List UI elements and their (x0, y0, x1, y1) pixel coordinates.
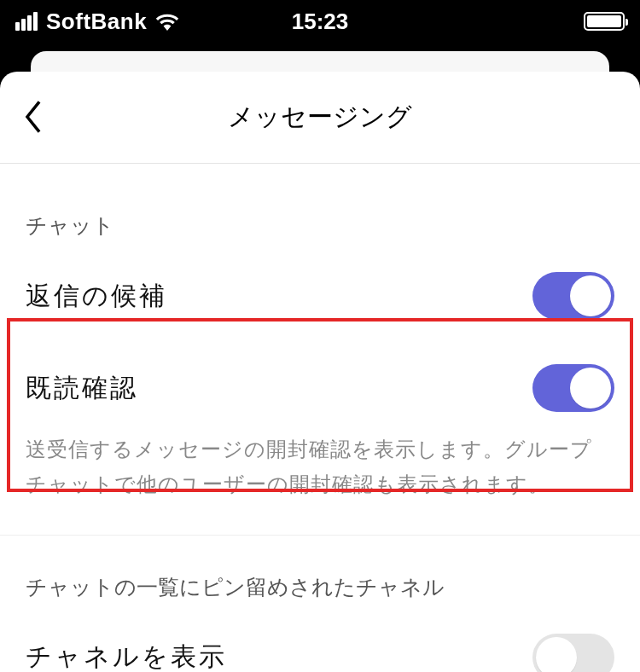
carrier-text: SoftBank (46, 9, 147, 35)
show-channels-label: チャネルを表示 (26, 640, 227, 672)
cellular-signal-icon (15, 12, 38, 31)
settings-sheet: メッセージング チャット 返信の候補 既読確認 送受信するメッセージの開封確認を… (0, 72, 640, 672)
nav-header: メッセージング (0, 72, 640, 164)
page-title: メッセージング (0, 100, 640, 135)
chevron-left-icon (21, 100, 45, 134)
reply-suggestions-label: 返信の候補 (26, 279, 167, 314)
reply-suggestions-row[interactable]: 返信の候補 (0, 257, 640, 335)
read-receipts-description: 送受信するメッセージの開封確認を表示します。グループ チャットで他のユーザーの開… (0, 427, 640, 523)
wifi-icon (155, 12, 179, 31)
read-receipts-toggle[interactable] (532, 364, 614, 412)
read-receipts-label: 既読確認 (26, 371, 138, 406)
show-channels-toggle[interactable] (532, 634, 614, 672)
reply-suggestions-toggle[interactable] (532, 272, 614, 320)
back-button[interactable] (12, 96, 55, 138)
show-channels-row[interactable]: チャネルを表示 (0, 618, 640, 672)
battery-icon (584, 12, 625, 31)
section-header-chat: チャット (0, 164, 640, 257)
read-receipts-row[interactable]: 既読確認 (0, 335, 640, 427)
status-bar: SoftBank 15:23 (0, 0, 640, 43)
section-header-pinned: チャットの一覧にピン留めされたチャネル (0, 536, 640, 618)
clock-time: 15:23 (292, 9, 349, 35)
